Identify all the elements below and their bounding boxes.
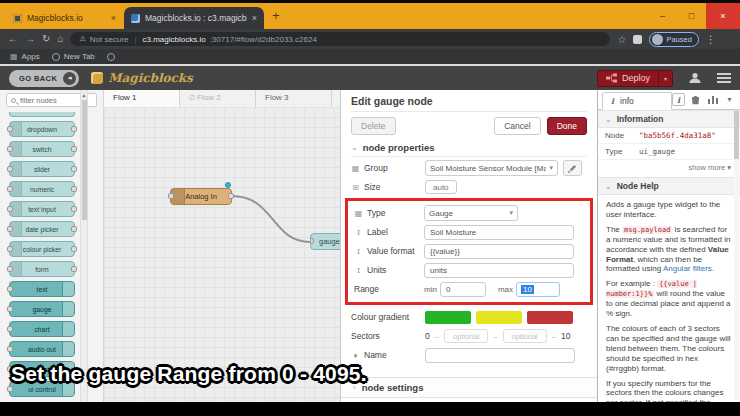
angular-filters-link[interactable]: Angular filters. bbox=[663, 264, 714, 273]
palette-node-slider[interactable]: slider bbox=[9, 161, 75, 177]
brand-logo[interactable]: Magicblocks bbox=[91, 71, 193, 85]
pencil-icon bbox=[568, 164, 577, 173]
range-max-input[interactable]: 10 bbox=[516, 282, 560, 297]
size-auto-button[interactable]: auto bbox=[425, 180, 457, 194]
delete-button[interactable]: Delete bbox=[351, 117, 396, 135]
scrollbar-thumb[interactable] bbox=[82, 100, 87, 220]
palette-node-dropdown[interactable]: dropdown bbox=[9, 121, 75, 137]
new-tab-button[interactable]: + bbox=[272, 8, 280, 23]
back-icon[interactable]: ← bbox=[8, 34, 18, 44]
not-secure-label[interactable]: Not secure bbox=[90, 35, 129, 44]
sector-input-1[interactable] bbox=[444, 329, 488, 343]
scrollbar-thumb[interactable] bbox=[734, 111, 739, 159]
window-controls: – □ × bbox=[648, 3, 740, 29]
node-properties-section[interactable]: ⌄ node properties bbox=[351, 138, 587, 157]
browser-tab-magicblocks[interactable]: Magicblocks.io × bbox=[6, 7, 123, 29]
search-icon bbox=[11, 98, 16, 103]
bookmark-apps[interactable]: ▦ Apps bbox=[10, 52, 40, 61]
sectors-end: 10 bbox=[561, 331, 570, 341]
go-back-button[interactable]: GO BACK ◄ bbox=[9, 70, 79, 87]
help-paragraph: If you specify numbers for the sectors t… bbox=[606, 379, 732, 403]
maximize-button[interactable]: □ bbox=[677, 3, 706, 29]
info-tab-icon[interactable]: i bbox=[672, 93, 685, 106]
palette-node-text[interactable]: text bbox=[9, 281, 75, 297]
caret-down-icon: ▾ bbox=[549, 164, 553, 172]
url-box[interactable]: ⚠ Not secure | c3.magicblocks.io:30717/#… bbox=[70, 32, 610, 46]
node-help-section-header[interactable]: ⌄ Node Help bbox=[598, 177, 740, 195]
user-icon[interactable] bbox=[689, 72, 701, 84]
debug-trash-icon[interactable] bbox=[689, 93, 702, 106]
browser-menu-icon[interactable]: ⋮ bbox=[706, 34, 716, 45]
input-port[interactable] bbox=[168, 193, 174, 199]
show-more-link[interactable]: show more ▾ bbox=[598, 160, 740, 177]
bookmark-new-tab[interactable]: New Tab bbox=[52, 52, 95, 61]
palette-node-text-input[interactable]: text input bbox=[9, 201, 75, 217]
forward-icon[interactable]: → bbox=[25, 34, 35, 44]
minimize-button[interactable]: – bbox=[648, 3, 677, 29]
sidebar-scrollbar[interactable] bbox=[734, 111, 739, 400]
globe-icon[interactable] bbox=[107, 53, 115, 61]
tab-title: Magicblocks.io bbox=[27, 13, 106, 23]
gradient-swatch-green[interactable] bbox=[425, 311, 471, 324]
caret-down-icon: ▾ bbox=[727, 163, 731, 172]
group-select[interactable]: Soil Moisture Sensor Module [Magicbl ▾ bbox=[425, 160, 558, 176]
node-id-value: "ba5b56f.4da31a8" bbox=[639, 131, 716, 140]
input-port[interactable] bbox=[310, 238, 314, 244]
help-paragraph: For example : {{value | number:1}}% will… bbox=[606, 279, 732, 319]
dashboard-chart-icon[interactable] bbox=[706, 93, 719, 106]
reload-icon[interactable]: ↻ bbox=[42, 34, 50, 44]
palette-node-gauge[interactable]: gauge bbox=[9, 301, 75, 317]
info-icon: i bbox=[611, 96, 614, 106]
gradient-swatch-yellow[interactable] bbox=[476, 311, 522, 324]
palette-node-form[interactable]: form bbox=[9, 261, 75, 277]
output-port[interactable] bbox=[228, 193, 234, 199]
name-row: ♦Name bbox=[351, 347, 587, 363]
text-cursor-icon: I bbox=[354, 247, 363, 256]
close-tab-icon[interactable]: × bbox=[252, 13, 257, 23]
home-icon[interactable]: ⌂ bbox=[57, 34, 63, 44]
palette-node-audio-out[interactable]: audio out bbox=[9, 341, 75, 357]
palette-node-numeric[interactable]: numeric bbox=[9, 181, 75, 197]
palette-node-date-picker[interactable]: date picker bbox=[9, 221, 75, 237]
deploy-button[interactable]: Deploy ▾ bbox=[597, 70, 673, 87]
label-input[interactable] bbox=[424, 225, 574, 240]
scroll-up-icon[interactable]: ▲ bbox=[81, 90, 87, 98]
palette-node-chart[interactable]: chart bbox=[9, 321, 75, 337]
extensions-icon[interactable] bbox=[633, 35, 642, 44]
main-menu-icon[interactable] bbox=[717, 73, 731, 83]
range-min-input[interactable] bbox=[440, 282, 486, 297]
palette-scrollbar[interactable]: ▲ bbox=[80, 90, 88, 402]
name-input[interactable] bbox=[425, 348, 575, 363]
bookmark-label: New Tab bbox=[64, 52, 95, 61]
close-window-button[interactable]: × bbox=[706, 3, 740, 29]
range-label: Range bbox=[354, 284, 379, 294]
palette-node-colour-picker[interactable]: colour picker bbox=[9, 241, 75, 257]
chevron-down-icon: ⌄ bbox=[605, 182, 612, 191]
palette-node-switch[interactable]: switch bbox=[9, 141, 75, 157]
information-section-header[interactable]: ⌄ Information bbox=[598, 110, 740, 128]
tab-info[interactable]: i info bbox=[602, 92, 672, 110]
profile-button[interactable]: Paused bbox=[649, 32, 698, 47]
gradient-swatch-red[interactable] bbox=[527, 311, 573, 324]
value-format-input[interactable] bbox=[424, 244, 574, 259]
units-input[interactable] bbox=[424, 263, 574, 278]
palette-node-partial[interactable] bbox=[9, 112, 75, 117]
node-palette: dropdown switch slider numeric text inpu… bbox=[0, 90, 104, 402]
filter-nodes-input[interactable] bbox=[20, 96, 80, 105]
browser-tab-editor[interactable]: Magicblocks.io : c3.magicblocks × bbox=[124, 7, 264, 29]
group-row: ▦Group Soil Moisture Sensor Module [Magi… bbox=[351, 160, 587, 176]
close-tab-icon[interactable]: × bbox=[111, 13, 116, 23]
gauge-icon bbox=[62, 302, 74, 316]
edit-group-button[interactable] bbox=[563, 160, 582, 176]
deploy-caret-icon[interactable]: ▾ bbox=[658, 71, 672, 86]
node-settings-section[interactable]: › node settings bbox=[341, 377, 597, 398]
done-button[interactable]: Done bbox=[547, 117, 587, 135]
caret-down-icon: ▾ bbox=[509, 209, 513, 217]
bookmark-star-icon[interactable]: ☆ bbox=[617, 34, 626, 45]
sidebar-menu-caret-icon[interactable]: ▾ bbox=[723, 93, 736, 106]
type-select[interactable]: Gauge ▾ bbox=[424, 205, 518, 221]
cancel-button[interactable]: Cancel bbox=[494, 117, 540, 135]
deploy-label: Deploy bbox=[622, 73, 650, 83]
analog-in-node[interactable]: Analog In bbox=[170, 188, 232, 205]
sector-input-2[interactable] bbox=[503, 329, 547, 343]
